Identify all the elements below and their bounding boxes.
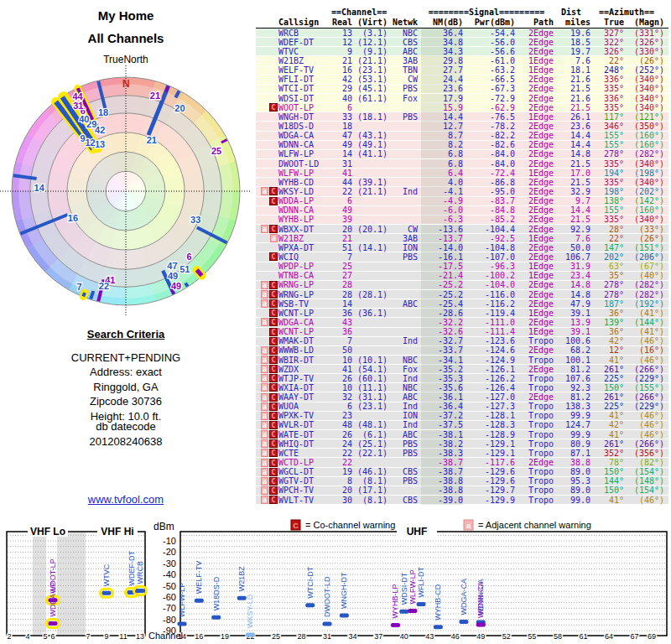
cell-distance: 100.6 [554,336,590,345]
cell-power-dbm: -119.4 [463,309,515,318]
co-channel-warning-icon: C [269,281,278,289]
cell-power-dbm: -104.0 [463,280,515,289]
cell-path: Tropo [515,430,554,439]
cell-azimuth-magnetic: (350°) [624,122,664,131]
cell-distance: 47.9 [554,299,590,309]
tvfool-report: { "header": {"title1": "My Home", "title… [0,0,671,644]
co-channel-warning-icon: C [269,393,278,402]
channel-spoke-label: 22 [99,281,109,291]
cell-azimuth-true: 225° [590,402,624,411]
adjacent-channel-warning-icon: a [261,421,268,429]
co-channel-warning-icon: C [269,103,278,112]
signal-bar-wlfw-lp [178,621,187,626]
cell-azimuth-true: 35° [590,271,624,280]
tvfool-link[interactable]: www.tvfool.com [88,493,164,506]
cell-power-dbm: -72.4 [463,169,515,178]
table-row-welf-tv: WELF-TV16(23.1)TBN27.7-63.21Edge18.1248°… [256,66,668,75]
warning-markers: aC [256,496,278,504]
cell-nm-db: -33.7 [421,345,463,355]
adjacent-channel-warning-icon: a [261,290,268,299]
cell-azimuth-magnetic: (229°) [624,374,664,383]
table-row-wtci-dt: WTCI-DT29(45.1)PBS23.6-67.32Edge21.5335°… [256,85,668,94]
cell-real-channel: 51 [332,243,352,252]
cell-real-channel: 41 [332,169,352,178]
cell-virtual-channel: (43.1) [352,131,388,140]
group-header-cell: Dist [553,8,590,18]
table-row-wdga-ca: aCWDGA-CA43-32.2-111.02Edge13.9139°(144°… [256,318,668,327]
dbm-tick-label: -60 [163,592,176,602]
criteria-line: CURRENT+PENDING [0,351,252,366]
adjacent-channel-warning-icon: a [261,383,268,392]
warning-markers: aC [256,402,278,411]
column-header-netwk: Netwk [388,18,421,28]
cell-power-dbm: -124.9 [463,356,515,365]
cell-distance: 106.7 [554,252,590,262]
cell-callsign: WMAK-DT [278,336,332,345]
cell-azimuth-true: 335° [590,159,624,169]
cell-distance: 80.9 [554,439,590,449]
dbm-tick-label: -40 [163,569,176,579]
svg-text:C: C [293,522,299,530]
cell-path: 2Edge [515,252,554,262]
cell-path: Tropo [515,496,554,505]
search-criteria-lines: CURRENT+PENDINGAddress: exactRinggold, G… [0,351,252,424]
channel-tick-label: 16 [195,632,203,641]
table-row-wsb-tv: aCWSB-TV14ABC-25.4-116.22Edge47.9187°(19… [256,299,668,309]
cell-distance: 68.2 [554,345,590,355]
cell-distance: 26.1 [554,112,590,122]
adjacent-channel-warning-icon: a [261,318,268,326]
cell-real-channel: 33 [332,112,352,122]
cell-network: CW [388,75,421,84]
band-label-uhf: UHF [407,526,428,538]
cell-virtual-channel: (53.1) [352,75,388,84]
cell-virtual-channel: (6.1) [352,430,388,439]
cell-azimuth-magnetic: (198°) [624,169,664,178]
cell-callsign: DWOOT-LD [278,159,332,169]
search-criteria: Search Criteria CURRENT+PENDINGAddress: … [0,327,252,423]
signal-bar-wdsi-dt [399,610,408,614]
cell-network: ABC [388,47,421,56]
signal-bar-label: DWOOT-LD [323,576,331,617]
cell-distance: 18.5 [554,38,590,47]
cell-path: 1Edge [515,271,554,280]
cell-distance: 21.6 [554,94,590,103]
cell-azimuth-true: 336° [590,94,624,103]
cell-azimuth-magnetic: (340°) [624,103,664,112]
cell-distance: 21.5 [554,84,590,93]
criteria-line: Zipcode 30736 [0,394,252,409]
cell-distance: 14.4 [554,131,590,140]
cell-power-dbm: -128.9 [463,430,515,439]
cell-azimuth-true: 41° [590,356,624,365]
cell-power-dbm: -84.0 [463,159,515,169]
cell-network: Ind [388,374,421,383]
table-row-wtjp-tv: aCWTJP-TV26(60.1)Ind-35.3-126.2Tropo107.… [256,374,668,383]
cell-virtual-channel: (18.1) [352,112,388,122]
cell-real-channel: 29 [332,84,352,93]
signal-strength-chart-svg: C= Co-channel warninga= Adjacent channel… [0,518,671,644]
channel-tick-label: 46 [451,632,460,641]
column-header-true: True [590,18,624,28]
cell-distance: 32.9 [554,187,590,196]
cell-virtual-channel: (28.1) [352,290,388,299]
column-header-virt: (Virt) [352,18,388,28]
cell-distance: 9.7 [554,196,590,205]
report-title: My Home All Channels [0,8,252,45]
cell-power-dbm: -111.0 [463,318,515,327]
cell-path: 1Edge [515,309,554,318]
cell-nm-db: -37.5 [421,420,463,429]
cell-azimuth-true: 335° [590,84,624,93]
cell-path: Tropo [515,374,554,383]
channel-tick-label: 4 [25,632,29,641]
column-header-nmdb: NM(dB) [421,18,463,28]
cell-callsign: WDNN-CA [278,205,332,215]
adjacent-channel-warning-icon: a [261,346,268,355]
signal-bar-w21bz [237,596,247,600]
table-row-wlfw-lp: WLFW-LP14(41.1)6.8-84.02Edge14.8278°(282… [256,150,668,159]
report-title-line1: My Home [0,8,252,23]
cell-distance: 81.2 [554,392,590,402]
cell-nm-db: -38.3 [421,449,463,458]
cell-distance: 13.9 [554,318,590,327]
signal-bar-label: W21BZ [237,566,246,592]
cell-callsign: WDDA-LP [278,196,332,205]
warning-markers: aC [256,299,278,308]
